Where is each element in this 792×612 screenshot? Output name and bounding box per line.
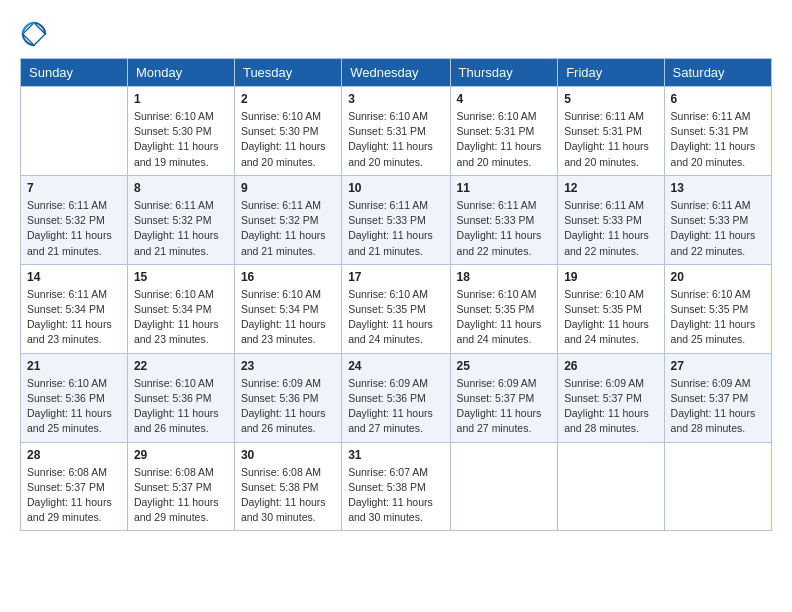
week-row-2: 7Sunrise: 6:11 AMSunset: 5:32 PMDaylight…	[21, 175, 772, 264]
week-row-4: 21Sunrise: 6:10 AMSunset: 5:36 PMDayligh…	[21, 353, 772, 442]
day-cell: 12Sunrise: 6:11 AMSunset: 5:33 PMDayligh…	[558, 175, 664, 264]
day-cell: 13Sunrise: 6:11 AMSunset: 5:33 PMDayligh…	[664, 175, 771, 264]
day-info: Sunrise: 6:11 AMSunset: 5:31 PMDaylight:…	[564, 109, 657, 170]
day-cell: 17Sunrise: 6:10 AMSunset: 5:35 PMDayligh…	[342, 264, 450, 353]
day-cell: 2Sunrise: 6:10 AMSunset: 5:30 PMDaylight…	[234, 87, 341, 176]
day-number: 10	[348, 181, 443, 195]
day-number: 17	[348, 270, 443, 284]
day-number: 28	[27, 448, 121, 462]
day-number: 22	[134, 359, 228, 373]
weekday-header-wednesday: Wednesday	[342, 59, 450, 87]
day-cell: 16Sunrise: 6:10 AMSunset: 5:34 PMDayligh…	[234, 264, 341, 353]
day-info: Sunrise: 6:11 AMSunset: 5:33 PMDaylight:…	[348, 198, 443, 259]
day-info: Sunrise: 6:08 AMSunset: 5:37 PMDaylight:…	[27, 465, 121, 526]
day-number: 9	[241, 181, 335, 195]
day-info: Sunrise: 6:10 AMSunset: 5:35 PMDaylight:…	[348, 287, 443, 348]
day-cell: 18Sunrise: 6:10 AMSunset: 5:35 PMDayligh…	[450, 264, 558, 353]
day-cell: 19Sunrise: 6:10 AMSunset: 5:35 PMDayligh…	[558, 264, 664, 353]
day-info: Sunrise: 6:11 AMSunset: 5:32 PMDaylight:…	[27, 198, 121, 259]
day-info: Sunrise: 6:08 AMSunset: 5:38 PMDaylight:…	[241, 465, 335, 526]
day-info: Sunrise: 6:09 AMSunset: 5:36 PMDaylight:…	[241, 376, 335, 437]
day-info: Sunrise: 6:10 AMSunset: 5:36 PMDaylight:…	[134, 376, 228, 437]
day-number: 25	[457, 359, 552, 373]
day-cell: 22Sunrise: 6:10 AMSunset: 5:36 PMDayligh…	[127, 353, 234, 442]
day-number: 11	[457, 181, 552, 195]
logo	[20, 20, 52, 48]
day-cell: 23Sunrise: 6:09 AMSunset: 5:36 PMDayligh…	[234, 353, 341, 442]
day-cell: 3Sunrise: 6:10 AMSunset: 5:31 PMDaylight…	[342, 87, 450, 176]
day-cell: 14Sunrise: 6:11 AMSunset: 5:34 PMDayligh…	[21, 264, 128, 353]
day-cell: 5Sunrise: 6:11 AMSunset: 5:31 PMDaylight…	[558, 87, 664, 176]
day-info: Sunrise: 6:10 AMSunset: 5:36 PMDaylight:…	[27, 376, 121, 437]
day-info: Sunrise: 6:07 AMSunset: 5:38 PMDaylight:…	[348, 465, 443, 526]
day-number: 21	[27, 359, 121, 373]
day-info: Sunrise: 6:09 AMSunset: 5:37 PMDaylight:…	[564, 376, 657, 437]
day-info: Sunrise: 6:10 AMSunset: 5:31 PMDaylight:…	[457, 109, 552, 170]
weekday-header-tuesday: Tuesday	[234, 59, 341, 87]
day-info: Sunrise: 6:10 AMSunset: 5:35 PMDaylight:…	[671, 287, 765, 348]
day-number: 3	[348, 92, 443, 106]
day-info: Sunrise: 6:10 AMSunset: 5:30 PMDaylight:…	[134, 109, 228, 170]
weekday-header-thursday: Thursday	[450, 59, 558, 87]
page-header	[20, 20, 772, 48]
day-info: Sunrise: 6:11 AMSunset: 5:32 PMDaylight:…	[134, 198, 228, 259]
day-number: 24	[348, 359, 443, 373]
day-cell: 9Sunrise: 6:11 AMSunset: 5:32 PMDaylight…	[234, 175, 341, 264]
day-cell: 21Sunrise: 6:10 AMSunset: 5:36 PMDayligh…	[21, 353, 128, 442]
day-info: Sunrise: 6:11 AMSunset: 5:31 PMDaylight:…	[671, 109, 765, 170]
day-info: Sunrise: 6:09 AMSunset: 5:36 PMDaylight:…	[348, 376, 443, 437]
day-number: 19	[564, 270, 657, 284]
day-info: Sunrise: 6:10 AMSunset: 5:35 PMDaylight:…	[457, 287, 552, 348]
day-number: 13	[671, 181, 765, 195]
day-info: Sunrise: 6:09 AMSunset: 5:37 PMDaylight:…	[457, 376, 552, 437]
day-number: 29	[134, 448, 228, 462]
weekday-header-sunday: Sunday	[21, 59, 128, 87]
day-number: 5	[564, 92, 657, 106]
day-number: 12	[564, 181, 657, 195]
day-cell: 1Sunrise: 6:10 AMSunset: 5:30 PMDaylight…	[127, 87, 234, 176]
svg-rect-0	[20, 20, 48, 48]
day-number: 14	[27, 270, 121, 284]
day-info: Sunrise: 6:11 AMSunset: 5:34 PMDaylight:…	[27, 287, 121, 348]
day-info: Sunrise: 6:10 AMSunset: 5:30 PMDaylight:…	[241, 109, 335, 170]
day-cell: 7Sunrise: 6:11 AMSunset: 5:32 PMDaylight…	[21, 175, 128, 264]
day-info: Sunrise: 6:10 AMSunset: 5:35 PMDaylight:…	[564, 287, 657, 348]
day-number: 4	[457, 92, 552, 106]
day-cell: 20Sunrise: 6:10 AMSunset: 5:35 PMDayligh…	[664, 264, 771, 353]
day-cell: 24Sunrise: 6:09 AMSunset: 5:36 PMDayligh…	[342, 353, 450, 442]
calendar-table: SundayMondayTuesdayWednesdayThursdayFrid…	[20, 58, 772, 531]
day-number: 2	[241, 92, 335, 106]
day-cell	[664, 442, 771, 531]
week-row-1: 1Sunrise: 6:10 AMSunset: 5:30 PMDaylight…	[21, 87, 772, 176]
day-number: 31	[348, 448, 443, 462]
day-cell: 4Sunrise: 6:10 AMSunset: 5:31 PMDaylight…	[450, 87, 558, 176]
day-info: Sunrise: 6:11 AMSunset: 5:33 PMDaylight:…	[564, 198, 657, 259]
day-info: Sunrise: 6:10 AMSunset: 5:34 PMDaylight:…	[134, 287, 228, 348]
day-cell: 15Sunrise: 6:10 AMSunset: 5:34 PMDayligh…	[127, 264, 234, 353]
day-number: 27	[671, 359, 765, 373]
day-number: 6	[671, 92, 765, 106]
day-number: 7	[27, 181, 121, 195]
day-number: 18	[457, 270, 552, 284]
day-cell: 27Sunrise: 6:09 AMSunset: 5:37 PMDayligh…	[664, 353, 771, 442]
weekday-header-friday: Friday	[558, 59, 664, 87]
week-row-5: 28Sunrise: 6:08 AMSunset: 5:37 PMDayligh…	[21, 442, 772, 531]
day-cell: 28Sunrise: 6:08 AMSunset: 5:37 PMDayligh…	[21, 442, 128, 531]
day-cell: 8Sunrise: 6:11 AMSunset: 5:32 PMDaylight…	[127, 175, 234, 264]
weekday-header-row: SundayMondayTuesdayWednesdayThursdayFrid…	[21, 59, 772, 87]
day-cell	[558, 442, 664, 531]
day-cell: 30Sunrise: 6:08 AMSunset: 5:38 PMDayligh…	[234, 442, 341, 531]
day-number: 20	[671, 270, 765, 284]
week-row-3: 14Sunrise: 6:11 AMSunset: 5:34 PMDayligh…	[21, 264, 772, 353]
day-number: 26	[564, 359, 657, 373]
day-info: Sunrise: 6:08 AMSunset: 5:37 PMDaylight:…	[134, 465, 228, 526]
weekday-header-saturday: Saturday	[664, 59, 771, 87]
day-info: Sunrise: 6:11 AMSunset: 5:32 PMDaylight:…	[241, 198, 335, 259]
day-info: Sunrise: 6:11 AMSunset: 5:33 PMDaylight:…	[671, 198, 765, 259]
day-cell	[450, 442, 558, 531]
day-number: 30	[241, 448, 335, 462]
day-cell: 31Sunrise: 6:07 AMSunset: 5:38 PMDayligh…	[342, 442, 450, 531]
day-cell: 26Sunrise: 6:09 AMSunset: 5:37 PMDayligh…	[558, 353, 664, 442]
day-cell: 11Sunrise: 6:11 AMSunset: 5:33 PMDayligh…	[450, 175, 558, 264]
day-number: 23	[241, 359, 335, 373]
